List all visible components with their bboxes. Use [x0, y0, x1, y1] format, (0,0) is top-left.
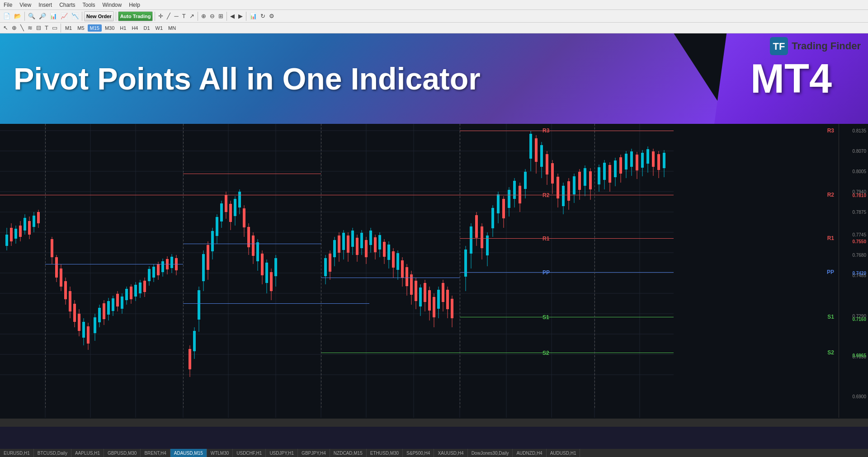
svg-rect-229: [540, 145, 543, 167]
tf-h1[interactable]: H1: [118, 24, 128, 32]
crosshair-icon[interactable]: ✛: [157, 12, 165, 20]
symbol-tab-1[interactable]: BTCUSD,Daily: [34, 449, 71, 457]
settings-icon[interactable]: ⚙: [268, 12, 276, 20]
tf-m1[interactable]: M1: [63, 24, 74, 32]
symbol-tab-11[interactable]: ETHUSD,M30: [367, 449, 403, 457]
s2-line-right: [460, 353, 674, 353]
symbol-tab-16[interactable]: AUDUSD,H1: [547, 449, 580, 457]
refresh-icon[interactable]: ↻: [259, 12, 267, 20]
symbol-tab-15[interactable]: AUDNZD,H4: [513, 449, 546, 457]
svg-rect-171: [387, 245, 390, 260]
new-chart-icon[interactable]: 📄: [2, 12, 12, 20]
symbol-tab-5[interactable]: ADAUSD,M15: [170, 449, 207, 457]
fib-tool[interactable]: ≋: [26, 24, 34, 32]
svg-rect-263: [636, 155, 638, 170]
symbol-tab-4[interactable]: BRENT,H4: [141, 449, 170, 457]
symbol-tab-7[interactable]: USDCHF,H1: [233, 449, 266, 457]
fit-icon[interactable]: ⊞: [217, 12, 225, 20]
svg-rect-109: [202, 254, 205, 281]
magnify-minus-icon[interactable]: ⊖: [208, 12, 216, 20]
bar-chart-icon[interactable]: 📊: [48, 12, 58, 20]
symbol-tab-14[interactable]: DowJones30,Daily: [468, 449, 513, 457]
menu-insert[interactable]: Insert: [38, 2, 52, 8]
tf-mn[interactable]: MN: [166, 24, 178, 32]
menu-window[interactable]: Window: [103, 2, 122, 8]
r1-overlay-label: R1: [542, 236, 549, 242]
line-tool[interactable]: ╲: [19, 24, 25, 32]
rect-tool[interactable]: ▭: [51, 24, 59, 32]
svg-rect-245: [584, 168, 586, 186]
tf-m5[interactable]: M5: [75, 24, 86, 32]
svg-rect-69: [103, 303, 105, 319]
line-icon[interactable]: ╱: [165, 12, 172, 20]
svg-rect-117: [220, 203, 223, 221]
svg-rect-77: [121, 297, 123, 309]
menu-file[interactable]: File: [4, 2, 12, 8]
tf-d1[interactable]: D1: [141, 24, 152, 32]
magnify-plus-icon[interactable]: ⊕: [200, 12, 208, 20]
zoom-in-icon[interactable]: 🔍: [27, 12, 37, 20]
svg-rect-99: [170, 257, 173, 268]
symbol-tab-13[interactable]: XAUUSD,H4: [434, 449, 467, 457]
zoom-out-icon[interactable]: 🔎: [38, 12, 47, 20]
svg-rect-131: [252, 236, 255, 256]
channel-tool[interactable]: ⊟: [35, 24, 42, 32]
svg-rect-237: [562, 186, 565, 206]
line-chart-icon[interactable]: 📉: [70, 12, 80, 20]
svg-rect-67: [98, 308, 101, 322]
s1-price: 0.7160: [852, 317, 866, 322]
scroll-left-icon[interactable]: ◀: [229, 12, 236, 20]
r1-label: R1: [827, 235, 834, 241]
indicator-icon[interactable]: 📊: [248, 12, 258, 20]
candle-icon[interactable]: 📈: [59, 12, 69, 20]
menu-view[interactable]: View: [19, 2, 31, 8]
s2-price: 0.6965: [852, 353, 866, 358]
tf-w1[interactable]: W1: [153, 24, 165, 32]
svg-rect-259: [625, 154, 627, 170]
menu-charts[interactable]: Charts: [59, 2, 75, 8]
auto-trading-button[interactable]: Auto Trading: [118, 11, 153, 21]
price-7745: 0.7745: [852, 232, 866, 237]
pointer-tool[interactable]: ↖: [2, 24, 9, 32]
svg-rect-79: [125, 289, 128, 300]
svg-rect-195: [442, 283, 444, 302]
crosshair-tool[interactable]: ⊕: [10, 24, 18, 32]
s1-label: S1: [827, 314, 834, 320]
chart-area[interactable]: TF Trading Finder Pivot Points All in On…: [0, 33, 868, 427]
svg-rect-31: [5, 235, 8, 246]
symbol-tab-8[interactable]: USDJPY,H1: [266, 449, 298, 457]
svg-rect-213: [497, 194, 500, 213]
symbol-tab-2[interactable]: AAPLUS,H1: [71, 449, 104, 457]
svg-rect-243: [578, 172, 581, 190]
s1-overlay-label: S1: [542, 314, 549, 320]
symbol-tab-12[interactable]: S&P500,H4: [403, 449, 434, 457]
symbol-tab-6[interactable]: WTLM30: [207, 449, 233, 457]
tf-h4[interactable]: H4: [129, 24, 140, 32]
symbol-tab-0[interactable]: EURUSD,H1: [0, 449, 34, 457]
tf-m15[interactable]: M15: [88, 24, 102, 32]
svg-rect-57: [73, 304, 76, 322]
arrow-icon[interactable]: ↗: [188, 12, 196, 20]
tf-m30[interactable]: M30: [103, 24, 117, 32]
symbol-tab-10[interactable]: NZDCAD,M15: [330, 449, 367, 457]
scroll-right-icon[interactable]: ▶: [237, 12, 244, 20]
pp-line-seg1: [45, 264, 183, 264]
vline-4: [460, 124, 460, 409]
menu-tools[interactable]: Tools: [83, 2, 95, 8]
new-order-button[interactable]: New Order: [84, 11, 114, 21]
r3-overlay-label: R3: [542, 127, 549, 134]
svg-rect-267: [646, 149, 649, 164]
symbol-tab-3[interactable]: GBPUSD,M30: [104, 449, 141, 457]
blue-lower-1: [183, 303, 321, 304]
svg-rect-193: [437, 290, 440, 309]
r2-price: 0.7810: [852, 193, 866, 198]
text-icon[interactable]: T: [181, 12, 187, 20]
menu-help[interactable]: Help: [129, 2, 140, 8]
svg-rect-127: [243, 208, 245, 227]
symbol-tab-9[interactable]: GBPJPY,H4: [298, 449, 330, 457]
hline-icon[interactable]: ─: [173, 12, 179, 20]
r2-line-left: [0, 195, 321, 195]
open-icon[interactable]: 📂: [13, 12, 23, 20]
text-tool[interactable]: T: [43, 24, 50, 32]
new-order-label: New Order: [86, 14, 112, 19]
